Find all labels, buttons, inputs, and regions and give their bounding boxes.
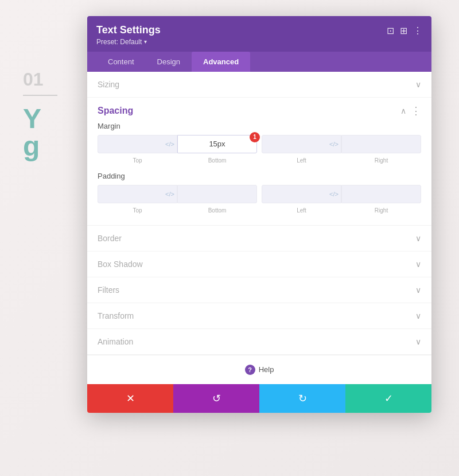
preset-dropdown-arrow: ▾ bbox=[144, 38, 147, 45]
spacing-menu-icon[interactable]: ⋮ bbox=[411, 106, 421, 116]
filters-chevron: ∨ bbox=[415, 285, 421, 295]
tab-content[interactable]: Content bbox=[96, 52, 146, 72]
redo-icon: ↻ bbox=[298, 392, 307, 405]
save-icon: ✓ bbox=[384, 392, 393, 405]
padding-top-label: Top bbox=[98, 206, 177, 214]
box-shadow-title: Box Shadow bbox=[98, 260, 143, 269]
spacing-header-icons: ∧ ⋮ bbox=[400, 106, 421, 116]
spacing-collapse-icon[interactable]: ∧ bbox=[400, 106, 406, 115]
sizing-chevron: ∨ bbox=[415, 80, 421, 89]
transform-chevron: ∨ bbox=[415, 311, 421, 320]
padding-label: Padding bbox=[98, 172, 421, 180]
border-section-header[interactable]: Border ∨ bbox=[87, 226, 431, 251]
help-label: Help bbox=[259, 365, 274, 374]
animation-section-header[interactable]: Animation ∨ bbox=[87, 329, 431, 355]
undo-button[interactable]: ↺ bbox=[173, 384, 259, 413]
padding-left-code-icon: </> bbox=[329, 191, 339, 198]
box-shadow-section-header[interactable]: Box Shadow ∨ bbox=[87, 251, 431, 277]
filters-title: Filters bbox=[98, 285, 119, 295]
padding-right-input[interactable] bbox=[341, 185, 421, 203]
help-icon: ? bbox=[245, 365, 255, 375]
margin-bottom-value: 15px bbox=[181, 140, 253, 148]
page-background: 01 Y g Text Settings Preset: Default ▾ ⊡… bbox=[0, 0, 459, 476]
modal-body: Sizing ∨ Spacing ∧ ⋮ Margin bbox=[87, 72, 431, 384]
padding-top-input[interactable]: </> bbox=[98, 185, 177, 203]
cancel-button[interactable]: ✕ bbox=[87, 384, 173, 413]
modal-header-icons: ⊡ ⊞ ⋮ bbox=[387, 26, 422, 36]
animation-title: Animation bbox=[98, 337, 133, 346]
margin-badge: 1 bbox=[250, 132, 260, 142]
margin-right-input[interactable] bbox=[341, 135, 421, 153]
padding-top-code-icon: </> bbox=[165, 191, 174, 198]
tab-design[interactable]: Design bbox=[146, 52, 192, 72]
border-title: Border bbox=[98, 234, 122, 243]
filters-section-header[interactable]: Filters ∨ bbox=[87, 277, 431, 303]
border-chevron: ∨ bbox=[415, 234, 421, 243]
help-row[interactable]: ? Help bbox=[87, 355, 431, 384]
margin-left-input[interactable]: </> bbox=[262, 135, 341, 153]
columns-icon[interactable]: ⊞ bbox=[400, 26, 407, 36]
cancel-icon: ✕ bbox=[126, 392, 135, 405]
bg-number: 01 bbox=[23, 69, 57, 90]
redo-button[interactable]: ↻ bbox=[259, 384, 345, 413]
modal-header: Text Settings Preset: Default ▾ ⊡ ⊞ ⋮ bbox=[87, 16, 431, 52]
modal-footer: ✕ ↺ ↻ ✓ bbox=[87, 384, 431, 413]
bg-text-y: Y bbox=[23, 105, 57, 133]
modal-title: Text Settings bbox=[96, 24, 161, 37]
padding-bottom-label: Bottom bbox=[177, 206, 257, 214]
padding-left-label: Left bbox=[262, 206, 341, 214]
bg-text-g: g bbox=[23, 133, 57, 160]
spacing-header: Spacing ∧ ⋮ bbox=[87, 98, 431, 122]
margin-right-label: Right bbox=[341, 156, 421, 164]
spacing-title: Spacing bbox=[98, 106, 133, 116]
transform-title: Transform bbox=[98, 311, 134, 320]
animation-chevron: ∨ bbox=[415, 337, 421, 346]
margin-left-label: Left bbox=[262, 156, 341, 164]
box-shadow-chevron: ∨ bbox=[415, 260, 421, 269]
margin-bottom-input[interactable]: 15px 1 bbox=[177, 135, 257, 153]
sizing-title: Sizing bbox=[98, 80, 119, 89]
bg-content: 01 Y g bbox=[23, 69, 57, 160]
transform-section-header[interactable]: Transform ∨ bbox=[87, 303, 431, 329]
spacing-content: Margin </> 15px 1 bbox=[87, 122, 431, 225]
margin-top-label: Top bbox=[98, 156, 177, 164]
padding-right-label: Right bbox=[341, 206, 421, 214]
save-button[interactable]: ✓ bbox=[345, 384, 431, 413]
modal-preset[interactable]: Preset: Default ▾ bbox=[96, 38, 161, 46]
margin-left-code-icon: </> bbox=[329, 141, 339, 148]
fullscreen-icon[interactable]: ⊡ bbox=[387, 26, 394, 36]
undo-icon: ↺ bbox=[212, 392, 221, 405]
padding-bottom-input[interactable] bbox=[177, 185, 257, 203]
padding-left-input[interactable]: </> bbox=[262, 185, 341, 203]
more-options-icon[interactable]: ⋮ bbox=[413, 26, 422, 36]
margin-top-code-icon: </> bbox=[165, 141, 174, 148]
margin-label: Margin bbox=[98, 122, 421, 130]
text-settings-modal: Text Settings Preset: Default ▾ ⊡ ⊞ ⋮ Co… bbox=[87, 16, 431, 413]
modal-title-group: Text Settings Preset: Default ▾ bbox=[96, 24, 161, 46]
bg-number-line bbox=[23, 95, 57, 96]
margin-bottom-label: Bottom bbox=[177, 156, 257, 164]
sizing-section-header[interactable]: Sizing ∨ bbox=[87, 72, 431, 98]
tab-advanced[interactable]: Advanced bbox=[192, 52, 250, 72]
modal-tabs: Content Design Advanced bbox=[87, 52, 431, 72]
spacing-section: Spacing ∧ ⋮ Margin </> bbox=[87, 98, 431, 226]
margin-top-input[interactable]: </> bbox=[98, 135, 177, 153]
